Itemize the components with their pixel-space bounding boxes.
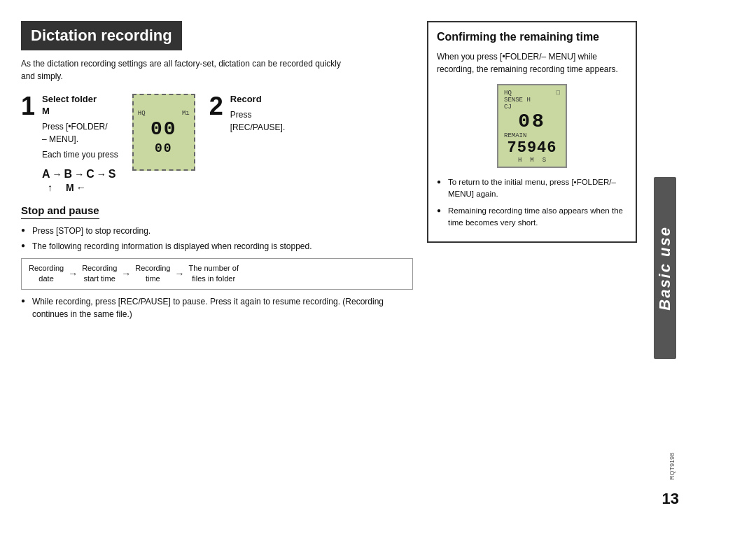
table-col1: Recording date bbox=[29, 263, 64, 285]
arrow2: → bbox=[117, 268, 135, 279]
page-container: Dictation recording As the dictation rec… bbox=[0, 0, 756, 536]
step2-info: Record Press [REC/PAUSE]. bbox=[230, 94, 413, 134]
right-content: Confirming the remaining time When you p… bbox=[427, 21, 644, 515]
lcd-hq: HQ bbox=[138, 110, 146, 117]
lcd-display-left: HQ Mı 00 00 bbox=[132, 94, 195, 171]
lcd-remain-row: REMAIN bbox=[504, 132, 560, 139]
stop-pause-title: Stop and pause bbox=[21, 204, 99, 219]
step1-label-line1: Select folder bbox=[42, 94, 97, 104]
table-col4: The number of files in folder bbox=[188, 263, 239, 285]
far-right-sidebar: Basic use RQT9198 13 bbox=[644, 21, 686, 515]
arrow1: → bbox=[64, 268, 82, 279]
lcd-sense: SENSE H bbox=[504, 97, 560, 104]
step1-label-line2: M bbox=[42, 106, 50, 116]
lcd-r-big-digits: 75946 bbox=[507, 139, 556, 157]
right-bullet2: Remaining recording time also appears wh… bbox=[437, 205, 627, 230]
intro-text: As the dictation recording settings are … bbox=[21, 57, 357, 83]
step1-desc: Press [•FOLDER/ – MENU]. bbox=[42, 120, 118, 146]
lcd-r-digit-mid: 08 bbox=[518, 111, 546, 132]
bullet-rec-pause: While recording, press [REC/PAUSE] to pa… bbox=[21, 295, 413, 320]
lcd-m: M bbox=[530, 157, 533, 164]
step1-desc2: Each time you press bbox=[42, 148, 118, 161]
lcd-digits-top: 00 bbox=[150, 118, 177, 140]
step1-info: Select folder M Press [•FOLDER/ – MENU].… bbox=[42, 94, 118, 193]
right-bullets: To return to the initial menu, press [•F… bbox=[437, 176, 627, 229]
lcd-r-hq: HQ bbox=[504, 90, 512, 97]
bullet-stop: Press [STOP] to stop recording. bbox=[21, 225, 413, 237]
stop-pause-section: Stop and pause Press [STOP] to stop reco… bbox=[21, 204, 413, 320]
info-table: Recording date → Recording start time → … bbox=[21, 258, 413, 290]
lcd-display-right: HQ □ SENSE H CJ 08 REMAIN 75946 H M S bbox=[497, 84, 567, 168]
step1-number: 1 bbox=[21, 94, 35, 119]
step1-block: 1 Select folder M Press [•FOLDER/ – MENU… bbox=[21, 94, 118, 193]
step2-desc: Press [REC/PAUSE]. bbox=[230, 108, 413, 134]
bullet-info-display: The following recording information is d… bbox=[21, 240, 413, 253]
main-content: Dictation recording As the dictation rec… bbox=[21, 21, 427, 515]
arrow3: → bbox=[170, 268, 188, 279]
confirming-title: Confirming the remaining time bbox=[437, 31, 627, 43]
lcd-top-row: HQ Mı bbox=[138, 110, 190, 117]
lcd-r-top-row: HQ □ bbox=[504, 90, 560, 97]
lcd-remain-label: REMAIN bbox=[504, 132, 526, 139]
confirming-box: Confirming the remaining time When you p… bbox=[427, 21, 637, 243]
sidebar-text: Basic use bbox=[656, 226, 674, 311]
lcd-s: S bbox=[542, 157, 546, 164]
page-number: 13 bbox=[662, 490, 679, 508]
folder-nav: A → B → C → S ↑ M ← bbox=[42, 168, 118, 193]
step2-label: Record bbox=[230, 94, 413, 106]
step2-block: 2 Record Press [REC/PAUSE]. bbox=[209, 94, 413, 134]
folder-nav-row2: ↑ M ← bbox=[48, 182, 118, 193]
table-col2: Recording start time bbox=[82, 263, 117, 285]
lcd-r-icon: □ bbox=[556, 90, 560, 97]
lcd-digits-bottom: 00 bbox=[155, 141, 173, 155]
lcd-cj: CJ bbox=[504, 104, 560, 111]
lcd-r-hms: H M S bbox=[504, 157, 560, 164]
step2-number: 2 bbox=[209, 94, 223, 119]
folder-nav-row1: A → B → C → S bbox=[42, 168, 118, 181]
page-title: Dictation recording bbox=[21, 21, 182, 50]
table-col3: Recording time bbox=[135, 263, 170, 285]
steps-row: 1 Select folder M Press [•FOLDER/ – MENU… bbox=[21, 94, 413, 193]
lcd-h: H bbox=[518, 157, 522, 164]
rqt-number: RQT9198 bbox=[668, 453, 676, 480]
lcd-mi: Mı bbox=[182, 110, 190, 117]
step1-label: Select folder M bbox=[42, 94, 118, 118]
confirming-text: When you press [•FOLDER/– MENU] while re… bbox=[437, 50, 627, 76]
right-bullet1: To return to the initial menu, press [•F… bbox=[437, 176, 627, 201]
sidebar-bar: Basic use bbox=[654, 177, 676, 359]
